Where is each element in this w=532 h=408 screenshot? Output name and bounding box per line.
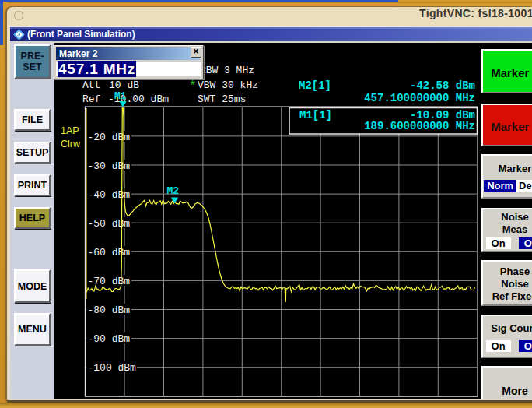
svg-text:M1: M1 [114,90,127,102]
svg-text:Clrw: Clrw [61,139,81,149]
svg-text:Att: Att [82,79,100,91]
svg-text:*: * [189,79,197,93]
svg-text:1AP: 1AP [61,125,79,136]
svg-text:3 MHz: 3 MHz [224,65,254,76]
svg-text:457.100000000 MHz: 457.100000000 MHz [364,92,475,104]
svg-text:M2[1]: M2[1] [299,79,331,92]
svg-text:M2: M2 [167,185,180,197]
svg-text:-90 dBm: -90 dBm [88,333,131,345]
svg-text:Ref: Ref [82,93,100,105]
svg-text:SWT 25ms: SWT 25ms [198,93,246,105]
svg-text:10 dB: 10 dB [109,79,139,91]
svg-text:M1[1]: M1[1] [299,109,332,121]
svg-text:-50 dBm: -50 dBm [88,218,131,230]
svg-text:-100 dBm: -100 dBm [88,362,137,374]
svg-text:-80 dBm: -80 dBm [88,304,131,316]
svg-text:-60 dBm: -60 dBm [88,247,131,259]
svg-text:-42.58 dBm: -42.58 dBm [410,79,475,92]
svg-text:189.600000000 MHz: 189.600000000 MHz [364,120,475,132]
svg-text:VBW 30 kHz: VBW 30 kHz [198,79,258,91]
svg-text:-70 dBm: -70 dBm [88,276,131,287]
